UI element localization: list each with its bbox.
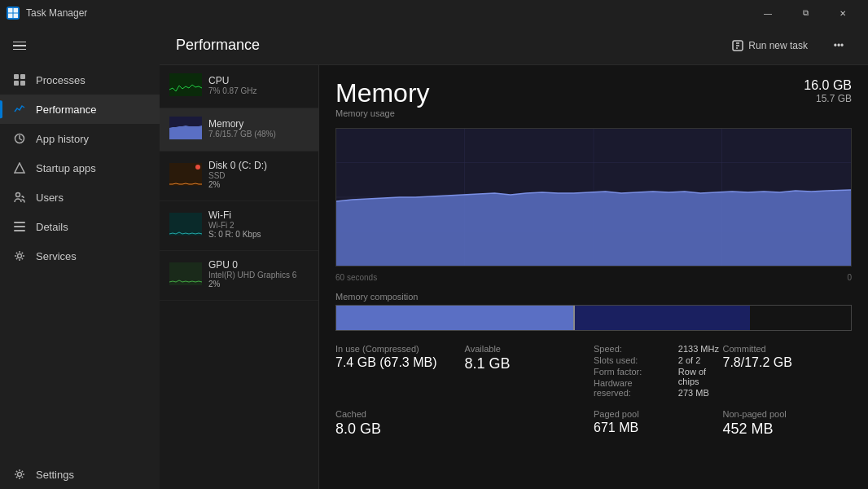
sidebar-label-performance: Performance bbox=[36, 104, 96, 116]
svg-rect-13 bbox=[14, 230, 25, 231]
sidebar-item-app-history[interactable]: App history bbox=[0, 124, 160, 153]
more-options-button[interactable]: ••• bbox=[826, 33, 852, 59]
detail-subtitle: Memory usage bbox=[335, 108, 430, 118]
device-name-memory: Memory bbox=[208, 118, 309, 130]
svg-rect-1 bbox=[14, 8, 19, 13]
memory-mini-chart bbox=[169, 117, 202, 139]
comp-free bbox=[575, 306, 750, 330]
detail-size-usage: 15.7 GB bbox=[804, 93, 852, 104]
svg-rect-2 bbox=[8, 14, 13, 19]
stat-label-in-use: In use (Compressed) bbox=[335, 344, 465, 354]
sidebar-label-settings: Settings bbox=[36, 469, 74, 481]
stat-available: Available 8.1 GB bbox=[465, 344, 594, 399]
svg-marker-9 bbox=[15, 163, 24, 173]
svg-marker-17 bbox=[169, 126, 202, 139]
sidebar-item-startup-apps[interactable]: Startup apps bbox=[0, 153, 160, 183]
device-name-gpu: GPU 0 bbox=[208, 259, 309, 271]
disk-mini-chart bbox=[169, 163, 202, 186]
detail-title: Memory bbox=[335, 78, 430, 108]
svg-rect-6 bbox=[14, 81, 19, 86]
device-item-disk[interactable]: Disk 0 (C: D:) SSD 2% bbox=[160, 152, 318, 201]
device-name-wifi: Wi-Fi bbox=[208, 209, 309, 221]
svg-rect-11 bbox=[14, 222, 25, 223]
stat-value-slots: 2 of 2 bbox=[678, 355, 723, 365]
chart-label-start: 60 seconds bbox=[335, 273, 377, 282]
svg-rect-4 bbox=[14, 74, 19, 79]
stat-label-available: Available bbox=[465, 344, 594, 354]
sidebar-label-startup-apps: Startup apps bbox=[36, 162, 96, 174]
app-icon bbox=[7, 7, 20, 20]
close-button[interactable]: ✕ bbox=[824, 0, 861, 26]
settings-icon bbox=[13, 468, 26, 481]
stat-label-hw-reserved: Hardware reserved: bbox=[594, 378, 662, 398]
stat-value-committed: 7.8/17.2 GB bbox=[723, 355, 853, 370]
stat-label-committed: Committed bbox=[723, 344, 853, 354]
device-subtitle-disk: SSD bbox=[208, 171, 309, 180]
stat-label-form-factor: Form factor: bbox=[594, 367, 662, 377]
sidebar-bottom: Settings bbox=[0, 460, 160, 489]
users-icon bbox=[13, 191, 26, 204]
stat-paged-pool: Paged pool 671 MB bbox=[594, 409, 723, 438]
detail-panel: Memory Memory usage 16.0 GB 15.7 GB bbox=[319, 65, 868, 489]
details-icon bbox=[13, 220, 26, 233]
run-task-label: Run new task bbox=[748, 40, 808, 51]
device-item-cpu[interactable]: CPU 7% 0.87 GHz bbox=[160, 65, 318, 108]
stat-value-hw-reserved: 273 MB bbox=[678, 388, 723, 398]
stat-value-in-use: 7.4 GB (67.3 MB) bbox=[335, 355, 465, 370]
processes-icon bbox=[13, 73, 26, 86]
services-icon bbox=[13, 249, 26, 262]
title-bar: Task Manager — ⧉ ✕ bbox=[0, 0, 868, 26]
cpu-mini-chart bbox=[169, 73, 202, 96]
stat-value-speed: 2133 MHz bbox=[678, 344, 723, 354]
content-area: Performance Run new task ••• bbox=[160, 26, 868, 489]
comp-in-use bbox=[336, 306, 573, 330]
device-list: CPU 7% 0.87 GHz Memory bbox=[160, 65, 319, 489]
detail-size: 16.0 GB 15.7 GB bbox=[804, 78, 852, 104]
detail-header: Memory Memory usage 16.0 GB 15.7 GB bbox=[335, 78, 852, 125]
hamburger-menu[interactable] bbox=[13, 42, 26, 51]
minimize-button[interactable]: — bbox=[749, 0, 787, 26]
composition-label: Memory composition bbox=[335, 292, 852, 302]
sidebar-item-settings[interactable]: Settings bbox=[0, 460, 160, 489]
stat-label-speed: Speed: bbox=[594, 344, 662, 354]
device-item-memory[interactable]: Memory 7.6/15.7 GB (48%) bbox=[160, 108, 318, 152]
stat-value-nonpaged: 452 MB bbox=[723, 421, 853, 438]
memory-chart bbox=[335, 128, 852, 267]
sidebar-item-details[interactable]: Details bbox=[0, 212, 160, 241]
stat-label-nonpaged: Non-paged pool bbox=[723, 409, 853, 419]
startup-icon bbox=[13, 161, 26, 174]
sidebar-label-details: Details bbox=[36, 221, 68, 233]
svg-rect-7 bbox=[20, 81, 25, 86]
device-subtitle-gpu: Intel(R) UHD Graphics 6 bbox=[208, 271, 309, 280]
svg-rect-5 bbox=[20, 74, 25, 79]
window-title: Task Manager bbox=[26, 7, 743, 19]
device-item-wifi[interactable]: Wi-Fi Wi-Fi 2 S: 0 R: 0 Kbps bbox=[160, 201, 318, 251]
stat-value-cached: 8.0 GB bbox=[335, 421, 465, 438]
device-name-disk: Disk 0 (C: D:) bbox=[208, 160, 309, 171]
sidebar-item-processes[interactable]: Processes bbox=[0, 65, 160, 95]
restore-button[interactable]: ⧉ bbox=[787, 0, 824, 26]
sidebar-label-processes: Processes bbox=[36, 74, 85, 86]
device-info-wifi: Wi-Fi Wi-Fi 2 S: 0 R: 0 Kbps bbox=[208, 209, 309, 239]
device-item-gpu[interactable]: GPU 0 Intel(R) UHD Graphics 6 2% bbox=[160, 251, 318, 301]
top-bar: Performance Run new task ••• bbox=[160, 26, 868, 65]
sidebar-item-performance[interactable]: Performance bbox=[0, 95, 160, 124]
sidebar-item-users[interactable]: Users bbox=[0, 183, 160, 212]
sidebar-item-services[interactable]: Services bbox=[0, 241, 160, 271]
stat-non-paged-pool: Non-paged pool 452 MB bbox=[723, 409, 853, 438]
stat-value-form-factor: Row of chips bbox=[678, 367, 723, 386]
stat-label-paged: Paged pool bbox=[594, 409, 723, 419]
svg-rect-12 bbox=[14, 226, 25, 227]
svg-point-15 bbox=[18, 473, 22, 477]
svg-rect-3 bbox=[14, 14, 19, 19]
stat-value-paged: 671 MB bbox=[594, 421, 723, 435]
svg-point-14 bbox=[18, 254, 22, 258]
run-new-task-button[interactable]: Run new task bbox=[721, 35, 819, 56]
stat-value-available: 8.1 GB bbox=[465, 355, 594, 372]
stat-in-use: In use (Compressed) 7.4 GB (67.3 MB) bbox=[335, 344, 465, 399]
device-info-cpu: CPU 7% 0.87 GHz bbox=[208, 75, 309, 95]
app-history-icon bbox=[13, 132, 26, 145]
device-stat-wifi: S: 0 R: 0 Kbps bbox=[208, 230, 309, 239]
device-stat-disk: 2% bbox=[208, 180, 309, 189]
svg-marker-24 bbox=[336, 190, 851, 266]
